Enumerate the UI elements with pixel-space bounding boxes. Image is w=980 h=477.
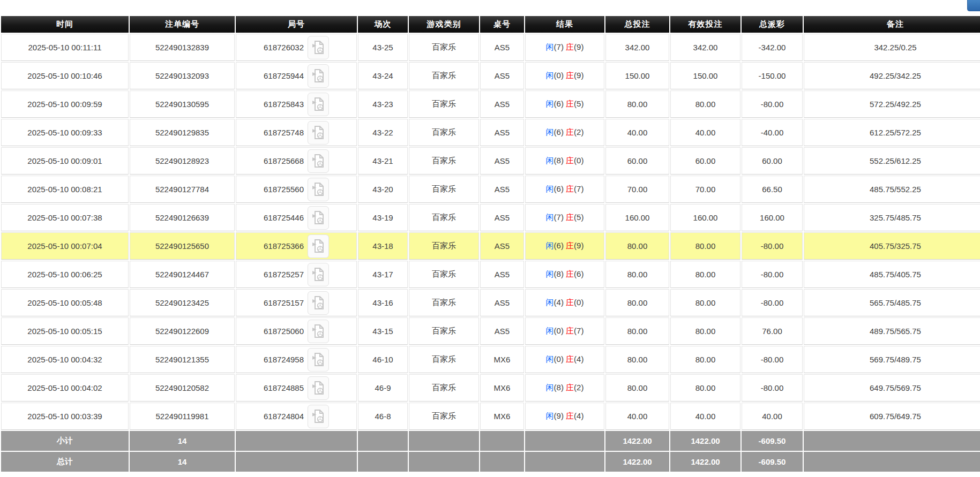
cell-remark: 609.75/649.75	[804, 403, 980, 430]
video-replay-button[interactable]	[308, 36, 329, 59]
result-player-score: (6)	[554, 127, 566, 137]
video-replay-button[interactable]	[308, 93, 329, 116]
cell-result: 闲(6) 庄(9)	[525, 232, 604, 260]
cell-valid-bet: 342.00	[670, 34, 740, 61]
table-row: 2025-05-10 00:10:46522490132093618725944…	[1, 62, 980, 89]
cell-time: 2025-05-10 00:07:04	[1, 232, 129, 260]
summary-count: 14	[130, 452, 235, 472]
cell-total-bet: 80.00	[605, 261, 669, 288]
video-replay-button[interactable]	[308, 64, 329, 88]
cell-time: 2025-05-10 00:08:21	[1, 176, 129, 203]
cell-round-no: 618724958	[236, 346, 357, 373]
cell-remark: 565.75/485.75	[804, 289, 980, 316]
result-player-label: 闲	[546, 383, 554, 392]
video-replay-icon	[312, 323, 325, 339]
video-replay-icon	[312, 267, 325, 282]
video-replay-icon	[312, 68, 325, 84]
table-row: 2025-05-10 00:09:33522490129835618725748…	[1, 119, 980, 146]
result-player-score: (8)	[554, 156, 566, 165]
cell-total-bet: 60.00	[605, 147, 669, 175]
column-header-time: 时间	[1, 16, 129, 33]
result-banker-label: 庄	[566, 71, 574, 80]
round-no-value: 618725668	[264, 156, 304, 165]
cell-time: 2025-05-10 00:05:48	[1, 289, 129, 316]
cell-round-no: 618725668	[236, 147, 357, 175]
video-replay-button[interactable]	[308, 206, 329, 230]
round-no-wrap: 618725668	[237, 149, 355, 173]
result-player-score: (0)	[554, 71, 566, 80]
table-row: 2025-05-10 00:04:32522490121355618724958…	[1, 346, 980, 373]
video-replay-icon	[312, 125, 325, 140]
round-no-value: 618724958	[264, 355, 304, 364]
result-player-score: (7)	[554, 213, 566, 222]
cell-result: 闲(0) 庄(4)	[525, 346, 604, 373]
cell-bet-id: 522490132093	[130, 62, 235, 89]
top-right-corner-button[interactable]	[967, 0, 980, 11]
cell-remark: 489.75/565.75	[804, 317, 980, 345]
cell-valid-bet: 80.00	[670, 374, 740, 402]
result-player-label: 闲	[546, 411, 554, 420]
cell-table-no: AS5	[480, 289, 524, 316]
video-replay-button[interactable]	[308, 291, 329, 315]
video-replay-button[interactable]	[308, 263, 329, 286]
cell-game-type: 百家乐	[409, 317, 479, 345]
bet-records-table: 时间注单编号局号场次游戏类别桌号结果总投注有效投注总派彩备注 2025-05-1…	[0, 15, 980, 473]
result-banker-score: (0)	[574, 156, 583, 165]
round-no-wrap: 618725843	[237, 93, 355, 116]
cell-valid-bet: 80.00	[670, 232, 740, 260]
round-no-value: 618725843	[264, 100, 304, 109]
table-row: 2025-05-10 00:05:15522490122609618725060…	[1, 317, 980, 345]
cell-round-no: 618725366	[236, 232, 357, 260]
result-banker-score: (4)	[574, 354, 583, 364]
cell-round-no: 618725060	[236, 317, 357, 345]
video-replay-button[interactable]	[308, 178, 329, 201]
cell-session: 43-16	[358, 289, 408, 316]
round-no-value: 618725060	[264, 327, 304, 336]
column-header-session: 场次	[358, 16, 408, 33]
summary-empty-game-type	[409, 452, 479, 472]
cell-bet-id: 522490132839	[130, 34, 235, 61]
cell-total-payout: -80.00	[742, 374, 803, 402]
result-player-label: 闲	[546, 127, 554, 137]
summary-empty-result	[525, 452, 604, 472]
summary-empty-session	[358, 452, 408, 472]
video-replay-button[interactable]	[308, 121, 329, 145]
result-player-label: 闲	[546, 71, 554, 80]
video-replay-button[interactable]	[308, 348, 329, 372]
video-replay-button[interactable]	[308, 234, 329, 258]
video-replay-button[interactable]	[308, 320, 329, 343]
round-no-wrap: 618725060	[237, 320, 355, 343]
cell-total-payout: 66.50	[742, 176, 803, 203]
column-header-total-bet: 总投注	[605, 16, 669, 33]
cell-game-type: 百家乐	[409, 289, 479, 316]
round-no-wrap: 618726032	[237, 36, 355, 59]
cell-total-bet: 80.00	[605, 289, 669, 316]
cell-valid-bet: 80.00	[670, 289, 740, 316]
cell-round-no: 618725446	[236, 204, 357, 231]
cell-remark: 405.75/325.75	[804, 232, 980, 260]
cell-bet-id: 522490126639	[130, 204, 235, 231]
cell-time: 2025-05-10 00:05:15	[1, 317, 129, 345]
result-banker-label: 庄	[566, 298, 574, 307]
cell-session: 43-22	[358, 119, 408, 146]
result-player-label: 闲	[546, 326, 554, 335]
column-header-game-type: 游戏类别	[409, 16, 479, 33]
round-no-wrap: 618724958	[237, 348, 355, 372]
cell-valid-bet: 80.00	[670, 346, 740, 373]
video-replay-button[interactable]	[308, 376, 329, 400]
video-replay-button[interactable]	[308, 149, 329, 173]
cell-result: 闲(6) 庄(2)	[525, 119, 604, 146]
cell-table-no: AS5	[480, 176, 524, 203]
cell-total-payout: -150.00	[742, 62, 803, 89]
video-replay-button[interactable]	[308, 405, 329, 428]
cell-total-bet: 80.00	[605, 232, 669, 260]
round-no-value: 618725446	[264, 213, 304, 222]
cell-table-no: MX6	[480, 346, 524, 373]
cell-total-payout: 60.00	[742, 147, 803, 175]
video-replay-icon	[312, 40, 325, 55]
round-no-value: 618724885	[264, 383, 304, 392]
cell-valid-bet: 40.00	[670, 403, 740, 430]
cell-valid-bet: 80.00	[670, 261, 740, 288]
result-banker-score: (0)	[574, 298, 583, 307]
summary-empty-session	[358, 431, 408, 451]
